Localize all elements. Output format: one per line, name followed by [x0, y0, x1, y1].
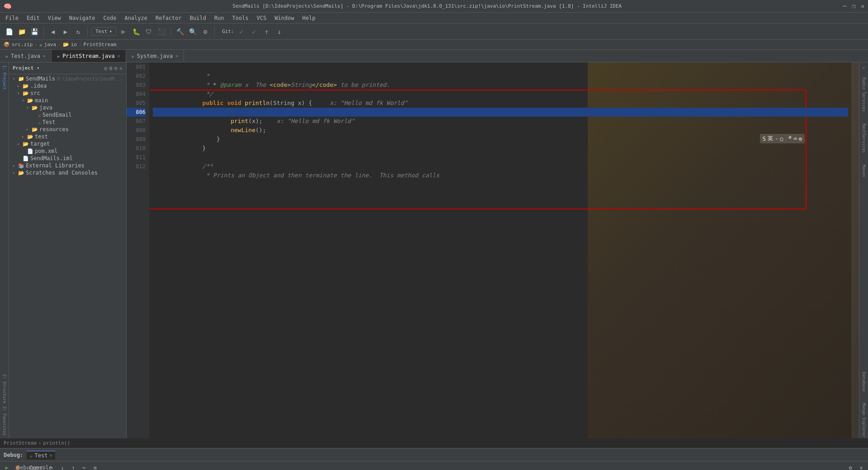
stop-button[interactable]: ⬛ — [156, 26, 167, 37]
menu-tools[interactable]: Tools — [229, 14, 252, 22]
debug-step-over[interactable]: ↷ — [47, 463, 57, 470]
tree-item-java[interactable]: ▾ 📂 java — [9, 104, 126, 111]
project-locate-icon[interactable]: ◎ — [104, 65, 107, 71]
debug-resume[interactable]: ▶ — [2, 463, 12, 470]
far-right-5[interactable]: Mongo Explorer — [861, 402, 867, 438]
build-button[interactable]: 🔨 — [175, 26, 185, 37]
code-line-807: newLine(); — [153, 117, 848, 126]
tab-system-java-close[interactable]: ✕ — [175, 53, 178, 58]
coverage-button[interactable]: 🛡 — [143, 26, 154, 37]
project-close-icon[interactable]: ✕ — [119, 65, 123, 71]
git-check2[interactable]: ✓ — [249, 26, 259, 37]
git-check[interactable]: ✓ — [236, 26, 247, 37]
tree-item-sendemail[interactable]: ☕ SendEmail — [9, 111, 126, 119]
tree-item-pomxml[interactable]: 📄 pom.xml — [9, 147, 126, 155]
toolbar-forward[interactable]: ▶ — [60, 26, 71, 37]
tab-printstream-java[interactable]: ☕ PrintStream.java ✕ — [52, 50, 126, 62]
tab-printstream-java-close[interactable]: ✕ — [118, 53, 120, 58]
project-settings-icon[interactable]: ⚙ — [114, 65, 118, 71]
debug-tab-test-close[interactable]: ✕ — [50, 453, 52, 458]
debug-close-panel[interactable]: ✕ — [856, 463, 866, 470]
main-label: main — [35, 97, 48, 104]
tree-item-resources[interactable]: ▸ 📂 resources — [9, 126, 126, 133]
tree-item-target[interactable]: ▸ 📂 target — [9, 140, 126, 147]
git-push[interactable]: ↑ — [261, 26, 272, 37]
tree-item-test-dir[interactable]: ▸ 📂 test — [9, 133, 126, 140]
minimize-button[interactable]: ─ — [843, 3, 847, 9]
editor-scrollbar[interactable] — [852, 62, 859, 438]
toolbar-sync[interactable]: ↻ — [73, 26, 84, 37]
far-right-3[interactable]: Maven — [861, 164, 867, 178]
toolbar-open[interactable]: 📁 — [16, 26, 27, 37]
tree-item-scratches[interactable]: ▸ 📂 Scratches and Consoles — [9, 169, 126, 176]
settings-button[interactable]: ⚙ — [200, 26, 211, 37]
tree-arrow-resources: ▸ — [26, 127, 31, 132]
menu-refactor[interactable]: Refactor — [152, 14, 185, 22]
menu-navigate[interactable]: Navigate — [66, 14, 99, 22]
test-dir-icon: 📂 — [27, 134, 33, 140]
toolbar-save[interactable]: 💾 — [29, 26, 40, 37]
far-right-check[interactable]: ✓ — [861, 64, 866, 71]
menu-edit[interactable]: Edit — [23, 14, 43, 22]
tree-item-sendmails[interactable]: ▾ 📁 SendMails D:\IdeaProjects\SendM... — [9, 75, 126, 82]
project-icon[interactable]: 1: Project — [1, 64, 8, 90]
breadcrumb-java[interactable]: ☕ — [39, 42, 42, 47]
code-content[interactable]: * * * @param x The <code>String</code> t… — [149, 62, 852, 438]
restore-button[interactable]: ❐ — [852, 3, 855, 9]
breadcrumb-srczip-label[interactable]: src.zip — [12, 42, 33, 47]
menu-run[interactable]: Run — [211, 14, 228, 22]
toolbar-new[interactable]: 📄 — [4, 26, 14, 37]
tree-item-ext-libs[interactable]: ▸ 📚 External Libraries — [9, 162, 126, 169]
far-right-4[interactable]: Database — [861, 371, 867, 392]
debug-step-into[interactable]: ↓ — [57, 463, 67, 470]
run-button[interactable]: ▶ — [118, 26, 129, 37]
menu-help[interactable]: Help — [299, 14, 319, 22]
favorites-icon[interactable]: 2: Favorites — [1, 405, 8, 437]
git-pull[interactable]: ↓ — [274, 26, 285, 37]
line-num-809: 809 — [127, 135, 146, 144]
tree-item-idea[interactable]: ▸ 📂 .idea — [9, 82, 126, 90]
menu-file[interactable]: File — [2, 14, 22, 22]
breadcrumb-srczip[interactable]: 📦 — [4, 42, 10, 47]
menu-vcs[interactable]: VCS — [253, 14, 270, 22]
breadcrumb-printstream[interactable]: PrintStream — [84, 42, 117, 47]
tree-item-test[interactable]: ☕ Test — [9, 119, 126, 126]
far-right-2[interactable]: RentServices — [861, 123, 867, 154]
test-label: Test — [42, 119, 56, 125]
editor-tabs: ☕ Test.java ✕ ☕ PrintStream.java ✕ ☕ Sys… — [0, 50, 868, 62]
iml-label: SendMails.iml — [30, 155, 73, 161]
tab-test-java[interactable]: ☕ Test.java ✕ — [0, 50, 52, 62]
menu-view[interactable]: View — [44, 14, 65, 22]
structure-icon[interactable]: 2: Structure — [1, 373, 8, 404]
code-line-808: } — [153, 126, 848, 135]
menu-code[interactable]: Code — [100, 14, 120, 22]
debug-run-cursor[interactable]: ↪ — [79, 463, 89, 470]
toolbar-back[interactable]: ◀ — [47, 26, 58, 37]
code-editor[interactable]: S 英 · ○ 🎤 ⌨ ⚙ 801 802 803 804 805 806 80… — [127, 62, 859, 438]
editor-breadcrumb-method: println() — [43, 440, 70, 446]
tab-system-java[interactable]: ☕ System.java ✕ — [126, 50, 184, 62]
debug-button[interactable]: 🐛 — [131, 26, 142, 37]
project-collapse-icon[interactable]: ≡ — [109, 65, 112, 71]
debug-evaluate[interactable]: ≡ — [90, 463, 100, 470]
debug-tab-test[interactable]: ☕ Test ✕ — [27, 451, 55, 460]
tab-test-java-close[interactable]: ✕ — [43, 53, 46, 58]
debug-step-out[interactable]: ↑ — [68, 463, 78, 470]
breadcrumb-java-label[interactable]: java — [44, 42, 57, 47]
tree-item-iml[interactable]: 📄 SendMails.iml — [9, 155, 126, 162]
menu-analyze[interactable]: Analyze — [121, 14, 151, 22]
menu-window[interactable]: Window — [271, 14, 297, 22]
run-config-button[interactable]: Test ▾ — [91, 27, 116, 36]
breadcrumb-io-label[interactable]: io — [71, 42, 77, 47]
menu-build[interactable]: Build — [186, 14, 210, 22]
search-button[interactable]: 🔍 — [187, 26, 198, 37]
close-button[interactable]: ✕ — [861, 3, 864, 9]
line-num-803: 803 — [127, 81, 146, 90]
debug-console-tab[interactable]: Console — [36, 463, 46, 470]
debug-settings[interactable]: ⚙ — [845, 463, 855, 470]
breadcrumb-io[interactable]: 📂 — [63, 42, 69, 47]
far-right-1[interactable]: Radio Services — [861, 76, 867, 113]
project-tree-content: ▾ 📁 SendMails D:\IdeaProjects\SendM... ▸… — [9, 74, 126, 438]
tree-item-main[interactable]: ▾ 📂 main — [9, 97, 126, 104]
tree-item-src[interactable]: ▾ 📂 src — [9, 90, 126, 97]
